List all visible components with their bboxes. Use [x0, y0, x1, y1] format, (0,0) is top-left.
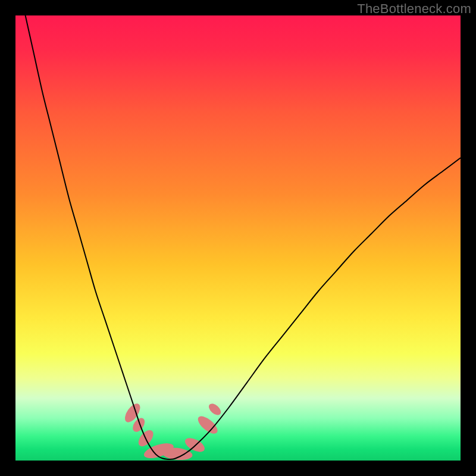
gradient-background — [15, 15, 461, 461]
plot-area — [15, 15, 461, 461]
watermark-text: TheBottleneck.com — [357, 1, 471, 17]
